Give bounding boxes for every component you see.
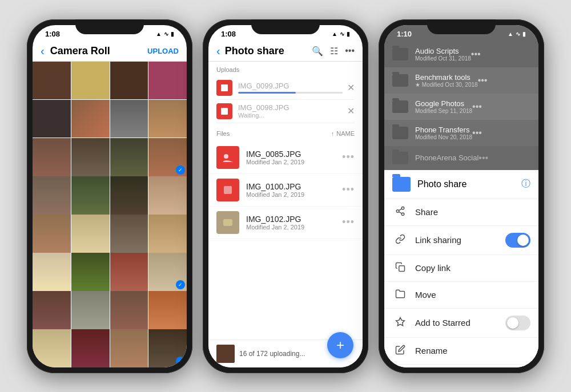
check-icon: ✓ [176, 280, 185, 289]
photo-cell[interactable]: ✓ [148, 253, 187, 291]
files-sort[interactable]: ↑ NAME [331, 130, 355, 137]
svg-rect-1 [221, 108, 228, 115]
file-more-3[interactable]: ••• [342, 216, 355, 228]
folder-item-5[interactable]: PhoneArena Social ••• [384, 146, 538, 170]
photo-cell[interactable] [110, 253, 148, 291]
upload-item-2: IMG_0098.JPG Waiting... ✕ [216, 100, 355, 123]
back-button-1[interactable]: ‹ [41, 45, 45, 58]
more-icon[interactable]: ••• [345, 46, 355, 56]
rename-label: Rename [415, 346, 530, 355]
file-more-1[interactable]: ••• [342, 151, 355, 163]
folder-item-4[interactable]: Phone Transfers Modified Nov 20, 2018 ••… [384, 120, 538, 146]
share-label: Share [415, 207, 530, 217]
folder-item-3[interactable]: Google Photos Modified Sep 11, 2018 ••• [384, 94, 538, 120]
time-1: 1:08 [45, 30, 60, 38]
folder-icon-5 [392, 152, 408, 164]
info-icon[interactable]: ⓘ [521, 178, 530, 190]
svg-rect-3 [224, 186, 232, 194]
photo-cell[interactable] [148, 62, 187, 100]
file-thumb-3 [216, 211, 239, 234]
photo-cell[interactable] [33, 291, 71, 329]
photo-cell[interactable] [33, 62, 71, 100]
uploads-label: Uploads [216, 66, 355, 73]
photo-cell[interactable] [33, 253, 71, 291]
photo-cell[interactable] [71, 100, 110, 138]
file-item-2[interactable]: IMG_0100.JPG Modified Jan 2, 2019 ••• [208, 174, 363, 207]
file-info-2: IMG_0100.JPG Modified Jan 2, 2019 [246, 182, 342, 198]
file-item-3[interactable]: IMG_0102.JPG Modified Jan 2, 2019 ••• [208, 207, 363, 239]
photo-cell[interactable]: ✓ [148, 329, 187, 367]
uploads-section: Uploads IMG_0099.JPG ✕ [208, 62, 363, 126]
search-icon[interactable]: 🔍 [312, 46, 323, 56]
photo-cell[interactable] [148, 176, 187, 215]
phone-notch-2 [251, 19, 320, 34]
photo-cell[interactable] [110, 138, 148, 176]
upload-info-2: IMG_0098.JPG Waiting... [238, 103, 343, 119]
svg-rect-4 [223, 219, 232, 226]
photo-cell[interactable] [33, 100, 71, 138]
photo-cell[interactable] [71, 176, 110, 215]
menu-item-link-sharing[interactable]: Link sharing [384, 226, 538, 255]
photo-cell[interactable] [110, 176, 148, 215]
photo-cell[interactable] [33, 176, 71, 215]
upload-close-2[interactable]: ✕ [347, 106, 355, 116]
context-menu: Photo share ⓘ Share Link sharing [384, 170, 538, 367]
grid-icon[interactable]: ☷ [330, 46, 338, 56]
starred-toggle[interactable] [505, 316, 530, 330]
photo-cell[interactable] [71, 215, 110, 253]
link-sharing-toggle[interactable] [505, 233, 530, 248]
photo-cell[interactable] [33, 138, 71, 176]
file-thumb-1 [216, 146, 239, 169]
photo-cell[interactable] [71, 253, 110, 291]
upload-close-1[interactable]: ✕ [347, 82, 355, 93]
photo-cell[interactable] [110, 215, 148, 253]
photo-cell[interactable] [33, 215, 71, 253]
svg-rect-8 [399, 265, 405, 271]
folder-list: Audio Scripts Modified Oct 31, 2018 ••• … [384, 41, 538, 170]
phone-photo-share: 1:08 ▲ ∿ ▮ ‹ Photo share 🔍 ☷ ••• Uploads [203, 19, 368, 373]
upload-button[interactable]: UPLOAD [147, 47, 179, 55]
photo-cell[interactable] [33, 329, 71, 367]
status-icons-1: ▲ ∿ ▮ [156, 31, 174, 37]
file-more-2[interactable]: ••• [342, 184, 355, 196]
photo-cell[interactable] [71, 62, 110, 100]
photo-cell[interactable] [71, 329, 110, 367]
folder-more-2[interactable]: ••• [478, 75, 488, 86]
back-button-2[interactable]: ‹ [216, 45, 220, 58]
context-folder-icon [392, 177, 411, 192]
menu-item-starred[interactable]: Add to Starred [384, 309, 538, 338]
battery-icon-2: ▮ [347, 31, 350, 37]
photo-cell[interactable] [71, 138, 110, 176]
photo-cell[interactable] [110, 291, 148, 329]
menu-item-move[interactable]: Move [384, 282, 538, 309]
menu-item-copy-link[interactable]: Copy link [384, 255, 538, 282]
photo-cell[interactable] [148, 215, 187, 253]
photo-cell[interactable] [71, 291, 110, 329]
photo-cell[interactable] [110, 329, 148, 367]
file-item-1[interactable]: IMG_0085.JPG Modified Jan 2, 2019 ••• [208, 142, 363, 174]
folder-more-4[interactable]: ••• [472, 128, 482, 138]
menu-item-remove[interactable]: Remove [384, 365, 538, 367]
menu-item-share[interactable]: Share [384, 199, 538, 226]
photo-cell[interactable]: ✓ [148, 138, 187, 176]
photo-cell[interactable] [110, 100, 148, 138]
file-name-2: IMG_0100.JPG [246, 182, 342, 191]
fab-button[interactable]: + [327, 332, 353, 358]
photo-cell[interactable] [148, 291, 187, 329]
file-info-1: IMG_0085.JPG Modified Jan 2, 2019 [246, 149, 342, 165]
folder-more-5[interactable]: ••• [478, 153, 488, 163]
wifi-icon-3: ∿ [516, 31, 520, 37]
header-icons: 🔍 ☷ ••• [312, 46, 355, 56]
wifi-icon-2: ∿ [340, 31, 344, 37]
file-name-1: IMG_0085.JPG [246, 149, 342, 159]
folder-item-2[interactable]: Benchmark tools ★ Modified Oct 30, 2018 … [384, 67, 538, 94]
folder-item-1[interactable]: Audio Scripts Modified Oct 31, 2018 ••• [384, 41, 538, 67]
folder-more-1[interactable]: ••• [471, 49, 481, 59]
menu-item-rename[interactable]: Rename [384, 338, 538, 365]
photo-cell[interactable] [110, 62, 148, 100]
folder-more-3[interactable]: ••• [472, 102, 482, 112]
share-icon [392, 206, 408, 219]
upload-filename-1: IMG_0099.JPG [238, 82, 343, 90]
battery-icon-3: ▮ [522, 31, 526, 37]
photo-cell[interactable] [148, 100, 187, 138]
